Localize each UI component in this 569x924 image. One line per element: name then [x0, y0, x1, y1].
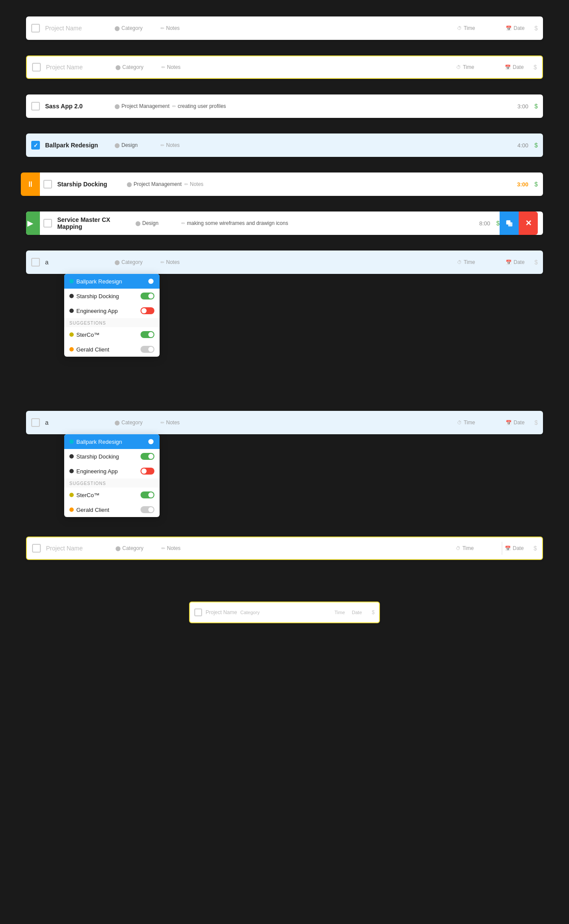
notes-label-1: Notes	[166, 25, 180, 31]
dropdown-label-gerald-1: Gerald Client	[76, 346, 109, 353]
dropdown-item-sterco-2[interactable]: SterCo™	[64, 488, 160, 502]
notes-field-service: ✏ making some wireframes and drawign ico…	[181, 220, 288, 226]
time-display-service: 8:00	[468, 220, 490, 227]
date-field-9: 📅 Date	[505, 545, 531, 551]
dollar-ballpark[interactable]: $	[534, 142, 538, 149]
dropdown-menu-2: Ballpark Redesign Starship Docking Engin…	[64, 434, 160, 517]
dropdown-label-starship-1: Starship Docking	[76, 293, 119, 299]
timer-panel-service[interactable]: ▶	[26, 211, 40, 235]
checkbox-service[interactable]	[43, 219, 52, 228]
play-icon: ▶	[27, 218, 33, 228]
dot-gerald-2	[69, 508, 74, 512]
checkbox-ballpark[interactable]	[31, 141, 40, 150]
dropdown-item-left-engineering-2: Engineering App	[69, 468, 118, 475]
section-3: Sass App 2.0 ⬤ Project Management ✏ crea…	[0, 87, 569, 126]
category-label-ac2: Category	[121, 420, 143, 426]
notes-icon-ac1: ✏	[160, 260, 164, 265]
dropdown-item-left-gerald-2: Gerald Client	[69, 507, 109, 513]
dropdown-item-gerald-1[interactable]: Gerald Client	[64, 342, 160, 357]
category-icon-2: ⬤	[115, 65, 121, 70]
dot-gerald-1	[69, 347, 74, 351]
toggle-ballpark-1[interactable]	[141, 278, 154, 285]
dollar-service[interactable]: $	[496, 220, 500, 227]
action-btn-blue-service[interactable]	[500, 211, 519, 235]
time-label-1: Time	[464, 25, 475, 31]
notes-field-ac1: ✏ Notes	[160, 259, 204, 265]
copy-icon	[505, 219, 513, 227]
checkbox-autocomplete-2[interactable]	[31, 418, 40, 427]
category-label-service: Design	[142, 220, 158, 226]
project-name-input-1[interactable]	[45, 259, 114, 266]
pause-icon: ⏸	[26, 180, 34, 189]
field-group-autocomplete-1: ⬤ Category ✏ Notes	[114, 259, 286, 265]
timer-panel-starship[interactable]: ⏸	[21, 172, 40, 196]
notes-label-sass: creating user profiles	[178, 103, 226, 109]
dollar-2[interactable]: $	[533, 64, 537, 71]
action-btn-red-service[interactable]: ✕	[519, 211, 538, 235]
date-label-ac1: Date	[513, 259, 524, 265]
dot-sterco-1	[69, 332, 74, 337]
dropdown-item-gerald-2[interactable]: Gerald Client	[64, 502, 160, 517]
task-row-empty-9: Project Name ⬤ Category ✏ Notes ⏱ Time 📅…	[26, 537, 543, 560]
toggle-starship-2[interactable]	[141, 453, 154, 460]
toggle-gerald-2[interactable]	[141, 506, 154, 513]
dropdown-label-gerald-2: Gerald Client	[76, 507, 109, 513]
category-field-starship: ⬤ Project Management	[127, 181, 182, 187]
category-icon-service: ⬤	[135, 221, 141, 226]
time-field-9: ⏱ Time	[456, 545, 499, 551]
task-row-empty-2: Project Name ⬤ Category ✏ Notes ⏱ Time 📅…	[26, 55, 543, 79]
dropdown-item-sterco-1[interactable]: SterCo™	[64, 327, 160, 342]
condensed-time-10: Time	[334, 610, 352, 615]
dot-engineering-1	[69, 309, 74, 313]
toggle-engineering-1[interactable]	[141, 307, 154, 314]
checkbox-starship[interactable]	[43, 180, 52, 189]
dropdown-label-sterco-2: SterCo™	[76, 492, 99, 498]
task-row-ballpark: Ballpark Redesign ⬤ Design ✏ Notes 4:00 …	[26, 133, 543, 157]
category-label-9: Category	[122, 545, 144, 551]
checkbox-sass[interactable]	[31, 102, 40, 111]
dollar-starship[interactable]: $	[534, 181, 538, 188]
category-field-9: ⬤ Category	[115, 545, 159, 551]
dollar-ac2[interactable]: $	[534, 419, 538, 426]
dropdown-item-ballpark-1[interactable]: Ballpark Redesign	[64, 274, 160, 289]
date-field-1: 📅 Date	[506, 25, 532, 31]
dollar-ac1[interactable]: $	[534, 259, 538, 266]
notes-icon-starship: ✏	[184, 182, 188, 187]
dropdown-item-left-ballpark-2: Ballpark Redesign	[69, 439, 122, 445]
toggle-sterco-1[interactable]	[141, 331, 154, 338]
toggle-starship-1[interactable]	[141, 293, 154, 299]
dropdown-item-engineering-1[interactable]: Engineering App	[64, 303, 160, 318]
section-2: Project Name ⬤ Category ✏ Notes ⏱ Time 📅…	[0, 48, 569, 87]
field-group-9: ⬤ Category ✏ Notes	[115, 545, 286, 551]
condensed-dollar-10[interactable]: $	[372, 609, 375, 615]
toggle-gerald-1[interactable]	[141, 346, 154, 353]
toggle-engineering-2[interactable]	[141, 468, 154, 475]
dollar-sass[interactable]: $	[534, 103, 538, 110]
notes-icon-ac2: ✏	[160, 420, 164, 426]
section-5: ⏸ Starship Docking ⬤ Project Management …	[0, 165, 569, 204]
category-field-1: ⬤ Category	[114, 25, 158, 31]
checkbox-autocomplete-1[interactable]	[31, 258, 40, 267]
notes-field-sass: ✏ creating user profiles	[172, 103, 226, 109]
category-field-ballpark: ⬤ Design	[114, 142, 158, 148]
dropdown-item-ballpark-2[interactable]: Ballpark Redesign	[64, 434, 160, 449]
toggle-sterco-2[interactable]	[141, 491, 154, 498]
dropdown-item-engineering-2[interactable]: Engineering App	[64, 464, 160, 478]
category-icon-ac1: ⬤	[114, 260, 120, 265]
condensed-checkbox-10[interactable]	[194, 608, 202, 616]
notes-label-ballpark: Notes	[166, 142, 180, 148]
checkbox-9[interactable]	[32, 544, 41, 553]
toggle-ballpark-2[interactable]	[141, 438, 154, 445]
dollar-9[interactable]: $	[533, 545, 537, 552]
notes-icon-9: ✏	[161, 546, 165, 551]
checkbox-2[interactable]	[32, 63, 41, 72]
project-name-input-2[interactable]	[45, 419, 114, 426]
dropdown-item-starship-2[interactable]: Starship Docking	[64, 449, 160, 464]
time-field-ac2: ⏱ Time	[457, 420, 500, 426]
notes-label-service: making some wireframes and drawign icons	[187, 220, 288, 226]
condensed-name-10: Project Name	[206, 609, 240, 615]
dropdown-item-starship-1[interactable]: Starship Docking	[64, 289, 160, 303]
dollar-1[interactable]: $	[534, 25, 538, 32]
checkbox-1[interactable]	[31, 24, 40, 33]
dropdown-item-left-engineering-1: Engineering App	[69, 308, 118, 314]
